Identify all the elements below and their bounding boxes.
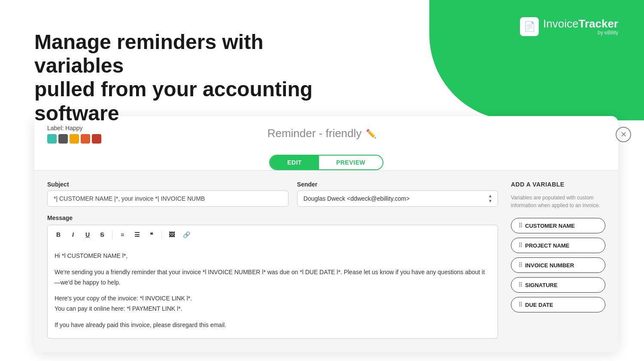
main-area: Subject Sender Douglas Dweck <ddweck@ebi…	[47, 181, 498, 341]
hero-title-line2: pulled from your accounting software	[34, 78, 313, 124]
hero-title-line1: Manage reminders with variables	[34, 31, 263, 77]
logo-by: by eBility	[543, 30, 618, 36]
message-editor[interactable]: Hi *l CUSTOMER NAME l*, We're sending yo…	[47, 244, 498, 339]
sender-group: Sender Douglas Dweck <ddweck@ebillity.co…	[297, 181, 498, 207]
tab-bar: EDIT PREVIEW	[47, 149, 605, 170]
hero-heading: Manage reminders with variables pulled f…	[34, 30, 335, 125]
toolbar-sep-2	[161, 230, 162, 239]
variable-label-due-date: DUE DATE	[525, 302, 553, 308]
logo-icon: 📄	[520, 17, 539, 36]
message-section: Message B I U S ≡ ☰ ❝ 🖼 🔗	[47, 214, 498, 339]
swatch-dark[interactable]	[58, 134, 68, 144]
hero-title: Manage reminders with variables pulled f…	[34, 30, 335, 125]
toolbar-italic[interactable]: I	[67, 229, 79, 241]
swatch-orange[interactable]	[81, 134, 90, 144]
reminder-title-area: Reminder - friendly ✏️	[267, 127, 377, 140]
logo-name-suffix: Tracker	[578, 17, 618, 30]
message-line1: Hi *l CUSTOMER NAME l*,	[55, 251, 491, 261]
toolbar-image[interactable]: 🖼	[165, 229, 178, 241]
message-line4-text: You can pay it online here: *l PAYMENT L…	[55, 305, 182, 312]
toolbar-unordered-list[interactable]: ☰	[131, 229, 143, 241]
card-body: Subject Sender Douglas Dweck <ddweck@ebi…	[34, 171, 618, 351]
swatch-teal[interactable]	[47, 134, 57, 144]
message-line2: We're sending you a friendly reminder th…	[55, 267, 491, 288]
label-happy: Label: Happy	[47, 125, 101, 144]
subject-label: Subject	[47, 181, 289, 188]
subject-group: Subject	[47, 181, 289, 207]
variable-btn-signature[interactable]: ⠿ SIGNATURE	[511, 277, 605, 293]
message-label: Message	[47, 214, 498, 221]
subject-input[interactable]	[47, 190, 289, 207]
sender-select[interactable]: Douglas Dweck <ddweck@ebillity.com>	[298, 191, 498, 206]
toolbar-strikethrough[interactable]: S	[96, 229, 109, 241]
color-swatches	[47, 134, 101, 144]
label-happy-text: Label: Happy	[47, 125, 101, 132]
toolbar-link[interactable]: 🔗	[180, 229, 193, 241]
edit-pencil-icon[interactable]: ✏️	[366, 128, 377, 139]
variable-btn-customer-name[interactable]: ⠿ CUSTOMER NAME	[511, 218, 605, 233]
toolbar-sep-1	[112, 230, 112, 239]
close-button[interactable]: ✕	[616, 127, 631, 142]
variable-label-project-name: PROJECT NAME	[525, 242, 569, 249]
message-line3-text: Here's your copy of the invoice: *l INVO…	[55, 295, 192, 302]
drag-icon-signature: ⠿	[518, 281, 522, 288]
variable-label-invoice-number: INVOICE NUMBER	[525, 262, 574, 269]
message-toolbar: B I U S ≡ ☰ ❝ 🖼 🔗	[47, 225, 498, 244]
message-line5: If you have already paid this invoice, p…	[55, 320, 491, 330]
toolbar-underline[interactable]: U	[81, 229, 94, 241]
variable-btn-invoice-number[interactable]: ⠿ INVOICE NUMBER	[511, 257, 605, 273]
toolbar-ordered-list[interactable]: ≡	[116, 229, 129, 241]
swatch-yellow[interactable]	[70, 134, 79, 144]
drag-icon-project-name: ⠿	[518, 242, 522, 249]
tab-preview[interactable]: PREVIEW	[319, 156, 383, 169]
variable-label-signature: SIGNATURE	[525, 282, 558, 288]
variable-btn-due-date[interactable]: ⠿ DUE DATE	[511, 297, 605, 312]
drag-icon-customer-name: ⠿	[518, 222, 522, 229]
toolbar-quote[interactable]: ❝	[145, 229, 158, 241]
variable-btn-project-name[interactable]: ⠿ PROJECT NAME	[511, 238, 605, 253]
add-variable-description: Variables are populated with custom info…	[511, 194, 605, 209]
drag-icon-due-date: ⠿	[518, 301, 522, 308]
drag-icon-invoice-number: ⠿	[518, 262, 522, 269]
right-sidebar: ADD A VARIABLE Variables are populated w…	[511, 181, 605, 341]
form-row: Subject Sender Douglas Dweck <ddweck@ebi…	[47, 181, 498, 207]
reminder-title: Reminder - friendly	[267, 127, 362, 140]
tab-toggle: EDIT PREVIEW	[269, 155, 383, 170]
variable-label-customer-name: CUSTOMER NAME	[525, 223, 575, 229]
sender-select-wrapper: Douglas Dweck <ddweck@ebillity.com> ▲ ▼	[297, 190, 498, 207]
logo-name-prefix: Invoice	[543, 17, 578, 30]
tab-edit[interactable]: EDIT	[270, 156, 319, 169]
toolbar-bold[interactable]: B	[52, 229, 65, 241]
message-line3: Here's your copy of the invoice: *l INVO…	[55, 294, 491, 314]
sender-label: Sender	[297, 181, 498, 188]
add-variable-title: ADD A VARIABLE	[511, 181, 605, 188]
logo-area: 📄 InvoiceTracker by eBility	[520, 17, 618, 36]
swatch-red[interactable]	[92, 134, 101, 144]
logo-text: InvoiceTracker	[543, 17, 618, 30]
main-card: Label: Happy EDIT PREVIEW	[34, 116, 618, 352]
